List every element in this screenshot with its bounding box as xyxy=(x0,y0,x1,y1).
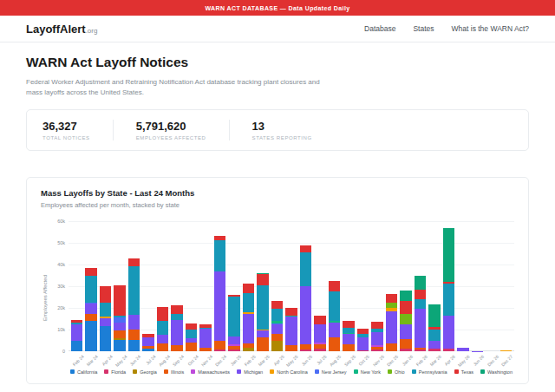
bar-column[interactable] xyxy=(214,236,225,351)
bar-segment[interactable] xyxy=(415,309,426,348)
legend-item[interactable]: Massachusetts xyxy=(191,369,230,375)
nav-link-warn-act[interactable]: What is the WARN Act? xyxy=(452,24,529,33)
bar-segment[interactable] xyxy=(415,299,426,309)
bar-column[interactable] xyxy=(300,245,311,351)
bar-column[interactable] xyxy=(443,228,454,351)
bar-column[interactable] xyxy=(114,285,125,351)
bar-segment[interactable] xyxy=(114,323,125,331)
bar-column[interactable] xyxy=(71,320,82,351)
bar-segment[interactable] xyxy=(400,339,411,349)
bar-segment[interactable] xyxy=(271,334,283,341)
bar-segment[interactable] xyxy=(157,343,168,351)
bar-column[interactable] xyxy=(428,304,440,351)
bar-segment[interactable] xyxy=(271,301,283,309)
bar-segment[interactable] xyxy=(257,274,268,286)
bar-segment[interactable] xyxy=(400,301,411,314)
bar-segment[interactable] xyxy=(343,321,354,329)
bar-segment[interactable] xyxy=(400,324,411,340)
bar-segment[interactable] xyxy=(128,340,140,351)
legend-item[interactable]: Florida xyxy=(104,369,126,375)
bar-segment[interactable] xyxy=(243,314,254,343)
bar-segment[interactable] xyxy=(100,318,111,326)
bar-column[interactable] xyxy=(228,295,239,351)
bar-segment[interactable] xyxy=(386,311,397,343)
bar-segment[interactable] xyxy=(285,345,297,351)
bar-segment[interactable] xyxy=(329,323,340,337)
bar-column[interactable] xyxy=(157,307,168,351)
bar-column[interactable] xyxy=(329,281,340,351)
bar-segment[interactable] xyxy=(142,337,153,347)
bar-segment[interactable] xyxy=(171,314,182,320)
bar-segment[interactable] xyxy=(257,337,268,351)
bar-segment[interactable] xyxy=(228,336,239,344)
bar-segment[interactable] xyxy=(128,258,140,266)
bar-segment[interactable] xyxy=(157,321,168,336)
bar-segment[interactable] xyxy=(171,305,182,314)
bar-segment[interactable] xyxy=(100,286,111,304)
site-logo[interactable]: LayoffAlert.org xyxy=(26,23,97,36)
bar-column[interactable] xyxy=(343,321,354,351)
bar-segment[interactable] xyxy=(257,330,268,337)
legend-item[interactable]: Washington xyxy=(480,369,513,375)
nav-link-database[interactable]: Database xyxy=(364,24,395,33)
bar-segment[interactable] xyxy=(443,284,454,317)
bar-segment[interactable] xyxy=(271,324,283,334)
bar-segment[interactable] xyxy=(329,291,340,322)
bar-segment[interactable] xyxy=(85,321,96,351)
bar-segment[interactable] xyxy=(71,324,82,342)
bar-segment[interactable] xyxy=(100,326,111,351)
bar-segment[interactable] xyxy=(157,335,168,343)
bar-segment[interactable] xyxy=(300,252,311,286)
bar-segment[interactable] xyxy=(400,314,411,324)
bar-segment[interactable] xyxy=(243,284,254,293)
bar-segment[interactable] xyxy=(128,315,140,330)
bar-column[interactable] xyxy=(85,268,96,351)
bar-segment[interactable] xyxy=(171,320,182,346)
bar-segment[interactable] xyxy=(214,341,225,350)
bar-segment[interactable] xyxy=(285,308,297,316)
bar-column[interactable] xyxy=(314,316,325,351)
bar-segment[interactable] xyxy=(329,281,340,291)
bar-segment[interactable] xyxy=(443,316,454,349)
bar-column[interactable] xyxy=(171,305,182,351)
legend-item[interactable]: California xyxy=(70,369,97,375)
bar-segment[interactable] xyxy=(214,271,225,341)
bar-segment[interactable] xyxy=(114,285,125,317)
bar-segment[interactable] xyxy=(314,324,325,343)
legend-item[interactable]: New Jersey xyxy=(315,369,347,375)
bar-segment[interactable] xyxy=(386,294,397,303)
bar-column[interactable] xyxy=(285,308,297,351)
legend-item[interactable]: Ohio xyxy=(388,369,405,375)
bar-column[interactable] xyxy=(128,258,140,351)
bar-segment[interactable] xyxy=(300,245,311,252)
bar-segment[interactable] xyxy=(71,341,82,351)
bar-segment[interactable] xyxy=(85,304,96,314)
bar-column[interactable] xyxy=(186,323,197,351)
bar-segment[interactable] xyxy=(243,293,254,312)
bar-column[interactable] xyxy=(243,284,254,351)
bar-segment[interactable] xyxy=(228,297,239,337)
legend-item[interactable]: North Carolina xyxy=(270,369,307,375)
bar-segment[interactable] xyxy=(415,290,426,299)
bar-column[interactable] xyxy=(257,273,268,351)
legend-item[interactable]: Pennsylvania xyxy=(412,369,447,375)
bar-segment[interactable] xyxy=(415,276,426,289)
legend-item[interactable]: Texas xyxy=(454,369,473,375)
bar-column[interactable] xyxy=(100,286,111,351)
bar-segment[interactable] xyxy=(371,322,382,330)
bar-segment[interactable] xyxy=(371,332,382,346)
bar-segment[interactable] xyxy=(314,316,325,324)
bar-segment[interactable] xyxy=(300,286,311,344)
bar-segment[interactable] xyxy=(443,228,454,282)
bar-segment[interactable] xyxy=(428,304,440,328)
bar-column[interactable] xyxy=(386,294,397,351)
bar-segment[interactable] xyxy=(428,341,440,349)
bar-segment[interactable] xyxy=(214,240,225,271)
bar-segment[interactable] xyxy=(85,268,96,277)
bar-segment[interactable] xyxy=(128,330,140,341)
bar-segment[interactable] xyxy=(386,343,397,351)
bar-column[interactable] xyxy=(142,334,153,351)
bar-segment[interactable] xyxy=(85,276,96,302)
bar-segment[interactable] xyxy=(343,334,354,344)
bar-segment[interactable] xyxy=(128,266,140,315)
